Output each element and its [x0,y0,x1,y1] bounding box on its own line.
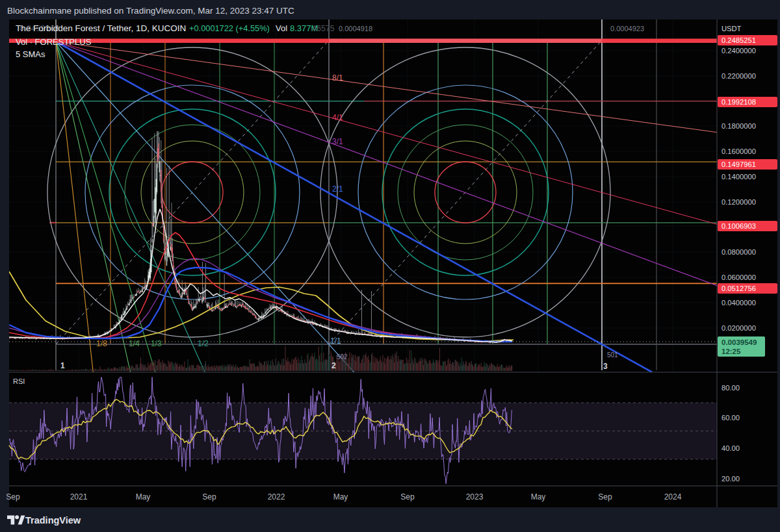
svg-text:60.00: 60.00 [722,414,740,422]
svg-text:Vol: Vol [276,23,287,33]
svg-text:Blockchainmane published on Tr: Blockchainmane published on TradingView.… [7,6,294,16]
svg-text:2021: 2021 [70,492,88,501]
svg-text:2022: 2022 [268,492,285,501]
svg-text:2023: 2023 [466,492,484,501]
svg-text:3/1: 3/1 [332,137,343,146]
svg-text:2: 2 [332,361,336,370]
svg-text:2/1: 2/1 [332,184,343,194]
svg-text:501: 501 [607,351,618,359]
svg-text:0.0200000: 0.0200000 [722,324,756,332]
svg-text:0.0400000: 0.0400000 [722,299,756,307]
svg-text:0.1200000: 0.1200000 [722,198,756,206]
svg-text:0.0800000: 0.0800000 [722,248,756,256]
svg-text:0.1600000: 0.1600000 [722,147,756,155]
svg-text:Sep: Sep [6,492,20,501]
svg-text:Sep: Sep [202,492,216,501]
svg-text:8/1: 8/1 [332,73,343,82]
svg-text:2024: 2024 [664,492,682,501]
svg-text:12:25: 12:25 [722,348,741,355]
svg-text:0.0600000: 0.0600000 [722,273,756,281]
svg-text:Sep: Sep [598,492,612,501]
svg-text:0.1400000: 0.1400000 [722,173,756,181]
svg-text:1: 1 [60,361,65,370]
svg-text:USDT: USDT [722,25,742,32]
svg-text:1/2: 1/2 [198,339,209,348]
svg-text:80.00: 80.00 [722,384,740,392]
svg-text:+0.0001722 (+4.55%): +0.0001722 (+4.55%) [189,23,270,33]
svg-text:RSI: RSI [13,377,25,385]
svg-text:1/8: 1/8 [96,339,107,348]
svg-text:0.2485251: 0.2485251 [722,36,756,44]
svg-text:0.1497961: 0.1497961 [722,160,756,168]
svg-text:Sep: Sep [400,492,415,501]
svg-text:1/3: 1/3 [151,339,162,348]
svg-text:May: May [333,492,348,501]
svg-text:0.0039549: 0.0039549 [722,338,757,346]
svg-text:0.2200000: 0.2200000 [722,72,756,80]
svg-text:0.1992108: 0.1992108 [722,98,756,106]
svg-text:The Forbidden Forest / Tether,: The Forbidden Forest / Tether, 1D, KUCOI… [16,23,186,33]
svg-text:3: 3 [603,362,608,371]
svg-text:5 SMAs: 5 SMAs [16,49,46,59]
svg-text:0.1006903: 0.1006903 [722,222,756,230]
svg-text:40.00: 40.00 [722,444,740,452]
svg-text:0.0004923: 0.0004923 [610,25,644,32]
svg-text:46575: 46575 [312,24,335,33]
svg-text:0.1800000: 0.1800000 [722,122,756,130]
svg-text:TradingView: TradingView [25,515,81,526]
svg-text:May: May [136,492,151,501]
svg-text:0.0512756: 0.0512756 [722,285,756,292]
svg-text:0.0004918: 0.0004918 [339,25,372,32]
svg-text:4/1: 4/1 [332,113,343,122]
svg-text:1/4: 1/4 [129,339,140,348]
svg-text:May: May [531,492,546,501]
svg-text:20.00: 20.00 [722,475,740,483]
svg-text:1/1: 1/1 [330,336,341,346]
svg-text:502: 502 [337,353,348,361]
svg-text:0.2400000: 0.2400000 [722,47,756,55]
svg-text:Vol · FORESTPLUS: Vol · FORESTPLUS [16,37,92,47]
